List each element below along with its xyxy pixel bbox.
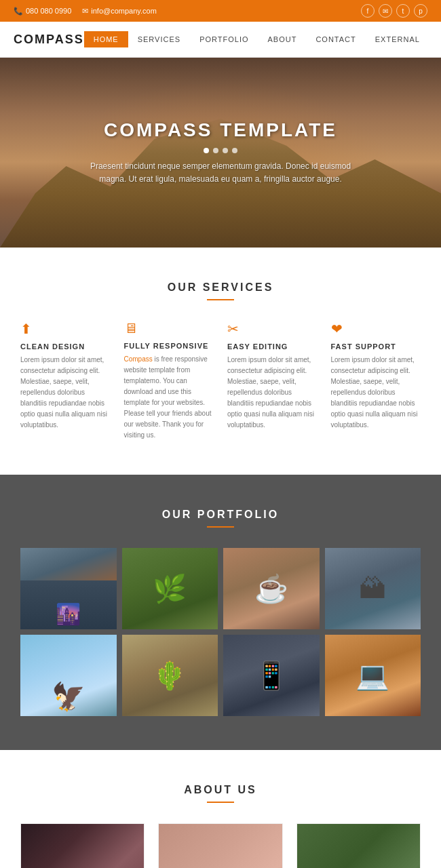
service-responsive: 🖥 FULLY RESPONSIVE Compass is free respo… [124, 321, 214, 441]
email-info: ✉ info@company.com [82, 7, 157, 16]
about-underline [207, 802, 234, 803]
editing-icon: ✂ [227, 321, 318, 337]
site-logo: COMPASS [14, 33, 84, 47]
email-social-icon[interactable]: ✉ [379, 4, 392, 18]
facebook-icon[interactable]: f [361, 4, 375, 18]
hero-dot-3[interactable] [223, 148, 228, 153]
hero-subtitle: Praesent tincidunt neque semper elementu… [85, 160, 356, 186]
navbar: COMPASS HOME SERVICES PORTFOLIO ABOUT CO… [0, 22, 441, 58]
portfolio-section: OUR PORTFOLIO 🏙 🌿 ☕ 🏔 🦅 🌵 📱 💻 [0, 475, 441, 750]
portfolio-item-plant[interactable]: 🌵 [122, 635, 218, 716]
portfolio-grid: 🏙 🌿 ☕ 🏔 🦅 🌵 📱 💻 [20, 548, 421, 716]
support-title: FAST SUPPORT [331, 342, 421, 351]
support-text: Lorem ipsum dolor sit amet, consectetur … [331, 355, 421, 431]
compass-link[interactable]: Compass [124, 355, 153, 363]
hero-dot-2[interactable] [213, 148, 218, 153]
responsive-text: Compass is free responsive website templ… [124, 354, 214, 441]
hero-dot-1[interactable] [204, 148, 209, 153]
responsive-title: FULLY RESPONSIVE [124, 342, 214, 350]
nav-services[interactable]: SERVICES [128, 31, 190, 47]
service-support: ❤ FAST SUPPORT Lorem ipsum dolor sit ame… [331, 321, 421, 441]
portfolio-item-beach[interactable]: 🦅 [20, 635, 117, 716]
hero-dot-4[interactable] [232, 148, 237, 153]
hero-content: COMPASS TEMPLATE Praesent tincidunt nequ… [85, 119, 356, 186]
mary-photo [159, 824, 282, 868]
nav-external[interactable]: EXTERNAL [366, 31, 429, 47]
about-section: ABOUT US Tracy One Product Developer Mau… [0, 750, 441, 868]
email-address: info@company.com [91, 7, 157, 15]
editing-text: Lorem ipsum dolor sit amet, consectetur … [227, 355, 318, 431]
team-card-julia: Julia Three Product Manager Mauris vel l… [296, 823, 421, 868]
top-bar: 📞 080 080 0990 ✉ info@company.com f ✉ t … [0, 0, 441, 22]
phone-number: 080 080 0990 [26, 7, 71, 15]
team-card-mary: Mary Two Product Designer Mauris vel lor… [158, 823, 282, 868]
team-card-tracy: Tracy One Product Developer Mauris vel l… [20, 823, 145, 868]
hero-title: COMPASS TEMPLATE [85, 119, 356, 141]
portfolio-item-city[interactable]: 🏙 [20, 548, 117, 629]
portfolio-item-nature[interactable]: 🏔 [325, 548, 421, 629]
twitter-icon[interactable]: t [396, 4, 410, 18]
services-title: OUR SERVICES [20, 281, 421, 294]
about-title: ABOUT US [20, 784, 421, 796]
hero-section: COMPASS TEMPLATE Praesent tincidunt nequ… [0, 58, 441, 248]
editing-title: EASY EDITING [227, 342, 318, 351]
tracy-photo [21, 824, 144, 868]
services-grid: ⬆ CLEAN DESIGN Lorem ipsum dolor sit ame… [20, 321, 421, 441]
phone-info: 📞 080 080 0990 [14, 7, 71, 16]
portfolio-item-phone[interactable]: 📱 [223, 635, 320, 716]
responsive-icon: 🖥 [124, 321, 214, 336]
service-editing: ✂ EASY EDITING Lorem ipsum dolor sit ame… [227, 321, 318, 441]
social-links: f ✉ t p [361, 4, 427, 18]
clean-design-title: CLEAN DESIGN [20, 342, 111, 351]
hero-dots [85, 148, 356, 153]
portfolio-item-desk[interactable]: 💻 [325, 635, 421, 716]
support-icon: ❤ [331, 321, 421, 337]
nav-about[interactable]: ABOUT [258, 31, 307, 47]
nav-contact[interactable]: CONTACT [306, 31, 365, 47]
pinterest-icon[interactable]: p [414, 4, 427, 18]
julia-photo [297, 824, 420, 868]
top-bar-contact: 📞 080 080 0990 ✉ info@company.com [14, 7, 157, 16]
services-section: OUR SERVICES ⬆ CLEAN DESIGN Lorem ipsum … [0, 248, 441, 475]
clean-design-icon: ⬆ [20, 321, 111, 337]
nav-home[interactable]: HOME [84, 31, 128, 47]
portfolio-item-forest[interactable]: 🌿 [122, 548, 218, 629]
nav-links: HOME SERVICES PORTFOLIO ABOUT CONTACT EX… [84, 31, 429, 47]
clean-design-text: Lorem ipsum dolor sit amet, consectetur … [20, 355, 111, 431]
portfolio-title: OUR PORTFOLIO [20, 509, 421, 521]
services-underline [207, 299, 234, 300]
nav-portfolio[interactable]: PORTFOLIO [190, 31, 258, 47]
team-grid: Tracy One Product Developer Mauris vel l… [20, 823, 421, 868]
email-icon: ✉ [82, 7, 88, 16]
phone-icon: 📞 [14, 7, 23, 16]
portfolio-underline [207, 526, 234, 528]
service-clean-design: ⬆ CLEAN DESIGN Lorem ipsum dolor sit ame… [20, 321, 111, 441]
portfolio-item-coffee[interactable]: ☕ [223, 548, 320, 629]
